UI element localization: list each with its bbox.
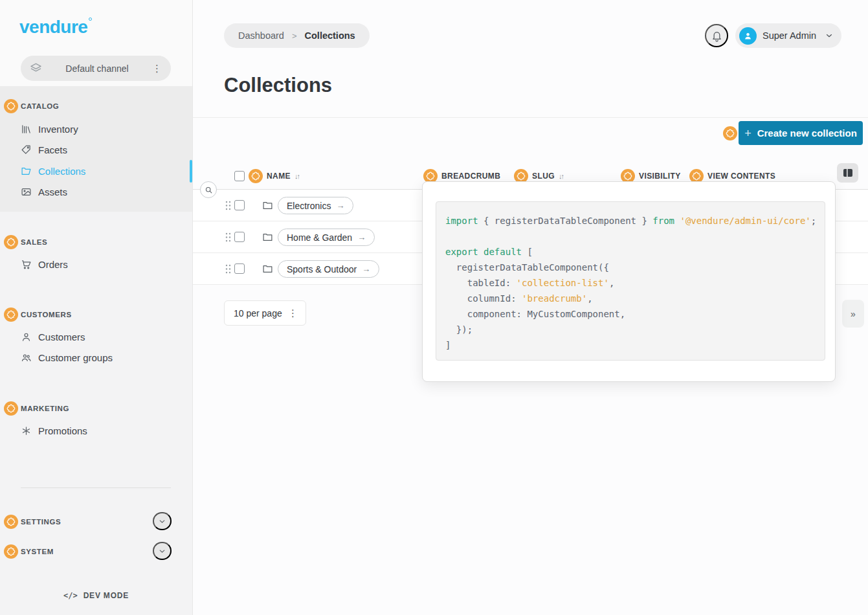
column-label[interactable]: VIEW CONTENTS — [707, 172, 775, 181]
code-token: 'breadcrumb' — [522, 293, 587, 304]
column-label[interactable]: NAME — [267, 172, 291, 181]
code-line — [445, 229, 825, 244]
nav-group-marketing: MARKETING — [0, 401, 192, 416]
sidebar-item-customer-groups[interactable]: Customer groups — [0, 348, 192, 367]
dev-extension-badge[interactable] — [4, 308, 18, 322]
code-line: columnId: 'breadcrumb', — [445, 291, 825, 306]
row-checkbox[interactable] — [234, 263, 245, 274]
sidebar-item-collections[interactable]: Collections — [0, 161, 192, 181]
page-title: Collections — [224, 74, 332, 97]
search-icon — [205, 186, 213, 194]
folder-icon — [262, 232, 273, 243]
dev-extension-badge[interactable] — [4, 401, 18, 416]
image-icon — [21, 186, 32, 197]
arrow-right-icon: → — [357, 232, 366, 242]
column-settings-button[interactable] — [837, 163, 858, 183]
code-token: columnId: — [445, 293, 522, 304]
code-token: tableId: — [445, 278, 517, 288]
column-label[interactable]: VISIBILITY — [639, 172, 681, 181]
row-checkbox[interactable] — [234, 232, 245, 242]
column-label[interactable]: SLUG — [532, 172, 555, 181]
code-line: registerDataTableComponent({ — [445, 260, 825, 275]
user-icon — [21, 331, 32, 342]
pagination-last-button[interactable]: » — [842, 300, 864, 328]
drag-handle-icon[interactable] — [225, 264, 231, 274]
code-token: , — [609, 278, 614, 288]
asterisk-icon — [21, 425, 32, 436]
breadcrumb-dashboard[interactable]: Dashboard — [238, 30, 284, 41]
breadcrumb-collections[interactable]: Collections — [305, 30, 355, 41]
code-block: import { registerDataTableComponent } fr… — [436, 201, 825, 361]
dev-extension-badge[interactable] — [723, 126, 737, 140]
dev-extension-badge[interactable] — [4, 544, 18, 559]
users-icon — [21, 352, 32, 363]
layers-icon — [30, 62, 42, 74]
dev-extension-badge[interactable] — [249, 169, 263, 183]
sort-icon[interactable]: ↓↑ — [295, 172, 299, 180]
system-expand-button[interactable] — [153, 542, 172, 560]
sidebar-item-inventory[interactable]: Inventory — [0, 119, 192, 139]
folder-icon — [262, 263, 273, 274]
sidebar-item-label: Inventory — [38, 124, 78, 135]
nav-group-label: CATALOG — [21, 102, 59, 110]
row-checkbox[interactable] — [234, 200, 245, 210]
code-token: , — [587, 293, 592, 304]
cart-icon — [21, 259, 32, 270]
notifications-button[interactable] — [705, 24, 728, 47]
dev-extension-badge[interactable] — [4, 235, 18, 249]
sort-icon[interactable]: ↓↑ — [559, 172, 563, 180]
drag-handle-icon[interactable] — [225, 232, 231, 242]
collection-chip[interactable]: Home & Garden → — [278, 229, 375, 246]
sidebar-item-label: Orders — [38, 259, 68, 270]
arrow-right-icon: → — [336, 201, 344, 210]
vendure-logo[interactable]: vendure — [19, 17, 87, 38]
code-token: ; — [811, 216, 816, 226]
sidebar-item-facets[interactable]: Facets — [0, 140, 192, 159]
drag-handle-icon[interactable] — [225, 201, 231, 210]
settings-expand-button[interactable] — [153, 512, 172, 530]
dev-extension-badge[interactable] — [4, 99, 18, 113]
collection-chip[interactable]: Sports & Outdoor → — [278, 260, 379, 278]
sidebar-item-assets[interactable]: Assets — [0, 182, 192, 201]
sidebar-item-label: Facets — [38, 144, 67, 155]
items-per-page-select[interactable]: 10 per page ⋮ — [224, 300, 306, 326]
sidebar-item-label: Customer groups — [38, 352, 113, 363]
select-all-checkbox[interactable] — [234, 171, 245, 181]
column-label[interactable]: BREADCRUMB — [441, 172, 500, 181]
avatar — [739, 27, 757, 45]
column-header-name: NAME ↓↑ — [234, 162, 299, 190]
sidebar-item-promotions[interactable]: Promotions — [0, 421, 192, 440]
dev-mode-toggle[interactable]: </> DEV MODE — [0, 588, 192, 603]
arrow-right-icon: → — [362, 264, 370, 274]
sidebar-item-customers[interactable]: Customers — [0, 327, 192, 346]
sidebar-item-orders[interactable]: Orders — [0, 254, 192, 274]
create-new-collection-button[interactable]: + Create new collection — [739, 121, 863, 145]
library-icon — [21, 124, 32, 135]
nav-group-label: SYSTEM — [21, 548, 54, 555]
chevron-down-icon — [825, 31, 834, 40]
code-token: registerDataTableComponent({ — [445, 262, 609, 273]
tag-icon — [21, 144, 32, 155]
sidebar-item-label: Assets — [38, 186, 67, 197]
dev-extension-badge[interactable] — [4, 515, 18, 529]
code-brackets-icon: </> — [63, 591, 78, 600]
folder-open-icon — [21, 166, 32, 177]
nav-group-customers: CUSTOMERS — [0, 307, 192, 322]
search-button[interactable] — [200, 181, 217, 198]
code-token: }); — [445, 324, 473, 335]
nav-group-label: CUSTOMERS — [21, 311, 72, 319]
code-line: import { registerDataTableComponent } fr… — [445, 213, 825, 229]
nav-group-label: SALES — [21, 238, 47, 246]
channel-selector[interactable]: Default channel ⋮ — [21, 56, 171, 81]
collection-chip[interactable]: Electronics → — [278, 197, 353, 214]
channel-kebab-icon[interactable]: ⋮ — [152, 63, 162, 73]
user-name: Super Admin — [762, 30, 819, 41]
channel-label: Default channel — [42, 63, 152, 74]
sidebar-item-label: Customers — [38, 331, 85, 342]
code-line: ] — [445, 337, 825, 353]
user-menu[interactable]: Super Admin — [735, 23, 841, 48]
breadcrumb-separator-icon: > — [292, 31, 297, 41]
collection-name: Electronics — [287, 201, 331, 211]
content-divider — [193, 117, 868, 118]
sidebar-item-label: Collections — [38, 166, 85, 177]
